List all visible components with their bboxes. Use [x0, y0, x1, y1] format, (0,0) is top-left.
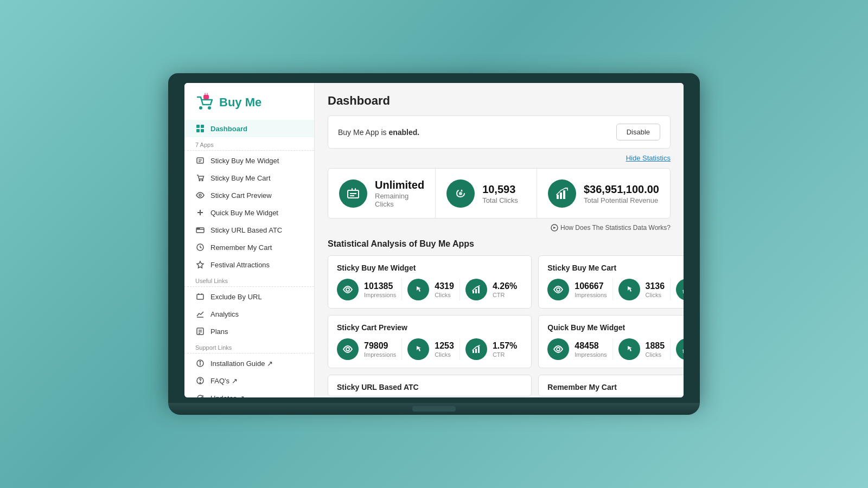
stat-card-total-clicks: 10,593 Total Clicks — [436, 169, 537, 218]
metric-impressions-2: 79809 Impressions — [337, 338, 402, 360]
analysis-card-title-3: Quick Buy Me Widget — [547, 323, 684, 332]
sidebar-label: Sticky Buy Me Widget — [210, 157, 279, 165]
stat-card-revenue: $36,951,100.00 Total Potential Revenue — [537, 169, 670, 218]
svg-rect-5 — [196, 129, 200, 132]
analysis-card-title-0: Sticky Buy Me Widget — [337, 264, 522, 272]
sidebar-item-sticky-buy-me-cart[interactable]: Sticky Buy Me Cart — [184, 169, 314, 187]
svg-rect-3 — [196, 125, 200, 128]
analysis-card-title-5: Remember My Cart — [547, 383, 684, 391]
metric-icon-ctr-0 — [465, 279, 487, 300]
svg-rect-59 — [473, 350, 474, 353]
metric-ctr-2: 1.57% CTR — [460, 338, 522, 360]
sidebar-item-quick-buy-me-widget[interactable]: Quick Buy Me Widget — [184, 204, 314, 221]
svg-rect-55 — [683, 291, 684, 293]
sidebar-item-dashboard[interactable]: Dashboard — [184, 120, 314, 137]
svg-rect-2 — [203, 95, 209, 99]
svg-point-18 — [199, 228, 200, 229]
svg-point-0 — [199, 106, 202, 110]
analysis-card-2: Sticky Cart Preview — [328, 315, 532, 368]
stat-info-unlimited: Unlimited Remaining Clicks — [375, 178, 424, 208]
analysis-metrics-2: 79809 Impressions — [337, 338, 522, 360]
how-stats-link[interactable]: How Does The Statistics Data Works? — [551, 224, 671, 232]
festival-icon — [195, 260, 205, 269]
sidebar-item-installation-guide[interactable]: Installation Guide ↗ — [184, 355, 314, 372]
updates-icon — [195, 393, 205, 397]
stat-value-revenue: $36,951,100.00 — [584, 183, 659, 196]
section-label-apps: 7 Apps — [184, 137, 314, 151]
sidebar-item-analytics[interactable]: Analytics — [184, 305, 314, 323]
sidebar-item-sticky-url-based-atc[interactable]: Sticky URL Based ATC — [184, 221, 314, 239]
svg-point-58 — [346, 348, 349, 351]
metric-clicks-1: 3136 Clicks — [613, 279, 671, 300]
stat-info-revenue: $36,951,100.00 Total Potential Revenue — [584, 183, 659, 204]
sidebar-item-updates[interactable]: Updates ↗ — [184, 389, 314, 397]
svg-point-44 — [459, 192, 462, 195]
metric-impressions-3: 48458 Impressions — [547, 338, 612, 360]
sidebar-label: Updates ↗ — [210, 394, 245, 398]
disable-button[interactable]: Disable — [616, 124, 660, 140]
metric-clicks-3: 1885 Clicks — [613, 338, 671, 360]
stats-row: Unlimited Remaining Clicks — [328, 168, 671, 219]
sidebar-label: Sticky Buy Me Cart — [210, 174, 271, 182]
svg-rect-53 — [478, 287, 480, 293]
sidebar-item-plans[interactable]: Plans — [184, 323, 314, 340]
svg-rect-20 — [197, 294, 203, 299]
svg-rect-63 — [683, 350, 684, 353]
metric-ctr-3: 3.89% CTR — [671, 338, 684, 360]
laptop-trackpad — [412, 406, 456, 412]
svg-point-50 — [346, 288, 349, 291]
svg-point-17 — [197, 228, 199, 229]
how-stats-row: How Does The Statistics Data Works? — [328, 224, 671, 234]
sidebar-label: Sticky Cart Preview — [210, 191, 272, 200]
analysis-metrics-0: 101385 Impressions — [337, 279, 522, 300]
stat-value-unlimited: Unlimited — [375, 178, 424, 191]
sidebar-label: Analytics — [210, 310, 239, 318]
metric-impressions-0: 101385 Impressions — [337, 279, 402, 300]
stat-value-total-clicks: 10,593 — [482, 183, 526, 196]
hide-statistics-link[interactable]: Hide Statistics — [626, 154, 671, 162]
enable-text: Buy Me App is enabled. — [338, 128, 419, 137]
stat-label-revenue: Total Potential Revenue — [584, 196, 659, 204]
plus-icon — [195, 208, 205, 217]
svg-rect-46 — [560, 192, 562, 199]
metric-clicks-0: 4319 Clicks — [402, 279, 460, 300]
sidebar-item-faqs[interactable]: FAQ's ↗ — [184, 372, 314, 389]
hide-stats-row: Hide Statistics — [328, 153, 671, 163]
metric-ctr-1: 2.94% CTR — [671, 279, 684, 300]
metric-icon-clicks-3 — [618, 338, 640, 360]
dashboard-icon — [195, 124, 205, 133]
guide-icon — [195, 358, 205, 368]
metric-icon-clicks-2 — [407, 338, 429, 360]
svg-point-32 — [200, 382, 201, 383]
sidebar-label: FAQ's ↗ — [210, 377, 238, 385]
sidebar-item-remember-my-cart[interactable]: Remember My Cart — [184, 239, 314, 256]
logo-icon — [195, 93, 215, 112]
logo-area: Buy Me — [184, 89, 314, 120]
analysis-metrics-1: 106667 Impressions — [547, 279, 684, 300]
stat-icon-revenue — [548, 179, 576, 208]
sidebar-item-exclude-by-url[interactable]: Exclude By URL — [184, 288, 314, 305]
svg-point-12 — [199, 194, 201, 196]
svg-point-30 — [200, 361, 201, 362]
metric-impressions-1: 106667 Impressions — [547, 279, 612, 300]
sidebar-item-festival-attractions[interactable]: Festival Attractions — [184, 256, 314, 273]
sidebar-item-sticky-buy-me-widget[interactable]: Sticky Buy Me Widget — [184, 152, 314, 169]
analysis-title: Statistical Analysis of Buy Me Apps — [328, 239, 671, 249]
analysis-card-title-2: Sticky Cart Preview — [337, 323, 522, 332]
svg-rect-60 — [475, 349, 477, 353]
page-title: Dashboard — [328, 94, 671, 108]
stat-icon-clicks — [446, 179, 475, 208]
metric-icon-impressions-1 — [547, 279, 569, 300]
svg-rect-51 — [473, 291, 474, 293]
laptop-base — [168, 403, 700, 415]
analysis-card-0: Sticky Buy Me Widget — [328, 255, 532, 309]
section-label-useful: Useful Links — [184, 273, 314, 287]
metric-clicks-2: 1253 Clicks — [402, 338, 460, 360]
analysis-card-1: Sticky Buy Me Cart — [538, 255, 684, 309]
sidebar-dashboard-label: Dashboard — [210, 125, 247, 133]
sidebar-label: Installation Guide ↗ — [210, 359, 273, 368]
sidebar-label: Remember My Cart — [210, 243, 272, 252]
laptop-shell: Buy Me Dashboard — [168, 73, 700, 415]
sidebar-item-sticky-cart-preview[interactable]: Sticky Cart Preview — [184, 187, 314, 204]
svg-rect-4 — [201, 125, 204, 128]
